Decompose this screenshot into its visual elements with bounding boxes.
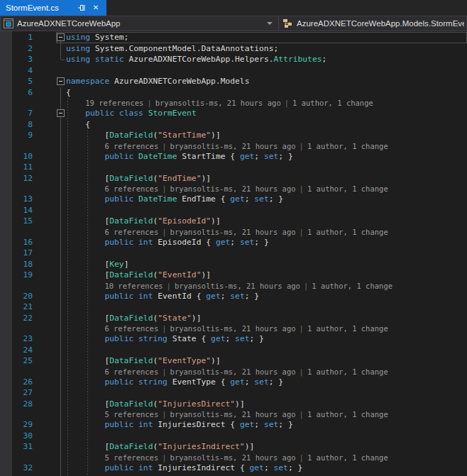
line-number: 20 (0, 291, 33, 302)
codelens-blame[interactable]: bryansoltis-ms, 21 hours ago (170, 410, 296, 419)
code-line-16[interactable]: 16 public int EpisodeId { get; set; } (0, 237, 467, 248)
codelens-line-7[interactable]: 19 references|bryansoltis-ms, 21 hours a… (0, 98, 467, 108)
code-line-4[interactable]: 4 (0, 65, 467, 77)
code-line-19[interactable]: 19 [DataField("EventId")] (0, 270, 467, 281)
code-line-6[interactable]: 6{ (0, 87, 467, 99)
code-editor[interactable]: 1using System;2using System.ComponentMod… (0, 31, 467, 476)
codelens-changes[interactable]: 1 author, 1 change (307, 453, 388, 462)
codelens-changes[interactable]: 1 author, 1 change (312, 282, 392, 290)
code-line-2[interactable]: 2using System.ComponentModel.DataAnnotat… (0, 43, 467, 55)
codelens-line-26[interactable]: 6 references|bryansoltis-ms, 21 hours ag… (0, 367, 467, 377)
codelens-blame[interactable]: bryansoltis-ms, 21 hours ago (170, 453, 296, 462)
code-line-18[interactable]: 18 [Key] (0, 259, 467, 270)
line-number: 1 (0, 32, 33, 43)
code-line-29[interactable]: 29 public int InjuriesDirect { get; set;… (0, 419, 467, 431)
codelens-blame[interactable]: bryansoltis-ms, 21 hours ago (170, 142, 296, 150)
codelens-changes[interactable]: 1 author, 1 change (307, 367, 388, 376)
codelens-references[interactable]: 10 references (104, 282, 163, 290)
codelens-changes[interactable]: 1 author, 1 change (292, 99, 373, 107)
codelens-line-16[interactable]: 6 references|bryansoltis-ms, 21 hours ag… (0, 227, 467, 237)
code-line-32[interactable]: 32 public int InjuriesIndirect { get; se… (0, 463, 467, 474)
code-text: [DataField("StartTime")] (66, 130, 221, 141)
codelens-blame[interactable]: bryansoltis-ms, 21 hours ago (170, 324, 296, 333)
code-line-28[interactable]: 28 [DataField("InjuriesDirect")] (0, 399, 467, 410)
code-line-1[interactable]: 1using System; (0, 32, 467, 43)
codelens-separator: | (158, 410, 170, 419)
line-number: 19 (0, 270, 33, 281)
code-line-17[interactable]: 17 (0, 248, 467, 259)
code-text: [DataField("EndTime")] (66, 173, 211, 184)
codelens-changes[interactable]: 1 author, 1 change (307, 324, 388, 333)
project-dropdown[interactable]: AzureADXNETCoreWebApp (0, 16, 279, 31)
line-number: 14 (0, 205, 33, 216)
code-text: public DateTime StartTime { get; set; } (66, 151, 293, 162)
code-line-22[interactable]: 22 [DataField("State")] (0, 313, 467, 324)
code-line-10[interactable]: 10 public DateTime StartTime { get; set;… (0, 151, 467, 162)
code-line-7[interactable]: 7 public class StormEvent (0, 108, 467, 119)
class-icon (282, 18, 293, 28)
codelens-references[interactable]: 6 references (104, 142, 158, 150)
code-line-9[interactable]: 9 [DataField("StartTime")] (0, 130, 467, 141)
code-line-3[interactable]: 3using static AzureADXNETCoreWebApp.Help… (0, 54, 467, 65)
codelens-line-23[interactable]: 6 references|bryansoltis-ms, 21 hours ag… (0, 323, 467, 333)
code-text: namespace AzureADXNETCoreWebApp.Models (66, 76, 249, 87)
code-line-11[interactable]: 11 (0, 162, 467, 173)
code-line-27[interactable]: 27 (0, 387, 467, 399)
fold-collapse-icon[interactable] (57, 109, 65, 117)
code-line-13[interactable]: 13 public DateTime EndTime { get; set; } (0, 194, 467, 205)
codelens-blame[interactable]: bryansoltis-ms, 21 hours ago (175, 282, 300, 290)
code-line-14[interactable]: 14 (0, 205, 467, 216)
code-line-8[interactable]: 8 { (0, 119, 467, 131)
codelens-references[interactable]: 5 references (104, 453, 158, 462)
fold-collapse-icon[interactable] (57, 33, 65, 41)
codelens-changes[interactable]: 1 author, 1 change (307, 184, 388, 193)
line-number: 31 (0, 441, 33, 453)
codelens-references[interactable]: 6 references (104, 367, 158, 376)
codelens-separator: | (158, 324, 170, 333)
tab-stormevent[interactable]: StormEvent.cs ✕ (0, 0, 106, 16)
codelens-line-10[interactable]: 6 references|bryansoltis-ms, 21 hours ag… (0, 141, 467, 151)
codelens-changes[interactable]: 1 author, 1 change (307, 142, 388, 150)
codelens-separator: | (158, 367, 170, 376)
fold-collapse-icon[interactable] (57, 77, 65, 85)
code-text: public class StormEvent (66, 108, 197, 119)
code-line-26[interactable]: 26 public string EventType { get; set; } (0, 377, 467, 388)
code-line-5[interactable]: 5namespace AzureADXNETCoreWebApp.Models (0, 76, 467, 87)
line-number: 30 (0, 431, 33, 442)
codelens-references[interactable]: 6 references (104, 184, 158, 193)
line-number: 25 (0, 355, 33, 367)
codelens-changes[interactable]: 1 author, 1 change (307, 228, 388, 236)
codelens-blame[interactable]: bryansoltis-ms, 21 hours ago (170, 184, 296, 193)
codelens-references[interactable]: 6 references (104, 228, 158, 236)
code-line-20[interactable]: 20 public int EventId { get; set; } (0, 291, 467, 302)
code-line-24[interactable]: 24 (0, 345, 467, 356)
codelens-line-29[interactable]: 5 references|bryansoltis-ms, 21 hours ag… (0, 409, 467, 419)
tab-bar: StormEvent.cs ✕ (0, 0, 467, 16)
code-line-30[interactable]: 30 (0, 431, 467, 442)
codelens-blame[interactable]: bryansoltis-ms, 21 hours ago (155, 99, 281, 107)
code-line-21[interactable]: 21 (0, 301, 467, 313)
code-line-25[interactable]: 25 [DataField("EventType")] (0, 355, 467, 367)
codelens-changes[interactable]: 1 author, 1 change (307, 410, 388, 419)
codelens-blame[interactable]: bryansoltis-ms, 21 hours ago (170, 228, 296, 236)
code-text: { (66, 87, 71, 99)
codelens-line-20[interactable]: 10 references|bryansoltis-ms, 21 hours a… (0, 281, 467, 291)
codelens-line-32[interactable]: 5 references|bryansoltis-ms, 21 hours ag… (0, 453, 467, 463)
pin-icon[interactable] (77, 3, 87, 13)
codelens-blame[interactable]: bryansoltis-ms, 21 hours ago (170, 367, 296, 376)
code-line-23[interactable]: 23 public string State { get; set; } (0, 333, 467, 345)
codelens-line-13[interactable]: 6 references|bryansoltis-ms, 21 hours ag… (0, 184, 467, 194)
line-number: 23 (0, 333, 33, 345)
codelens-references[interactable]: 19 references (85, 99, 143, 107)
symbol-dropdown[interactable]: AzureADXNETCoreWebApp.Models.StormEvent (279, 16, 467, 31)
codelens-references[interactable]: 6 references (104, 324, 158, 333)
code-line-12[interactable]: 12 [DataField("EndTime")] (0, 173, 467, 184)
close-icon[interactable]: ✕ (91, 3, 101, 13)
code-text: using System.ComponentModel.DataAnnotati… (66, 43, 278, 55)
code-line-31[interactable]: 31 [DataField("InjuriesIndirect")] (0, 441, 467, 453)
line-number: 28 (0, 399, 33, 410)
codelens-references[interactable]: 5 references (104, 410, 158, 419)
code-line-15[interactable]: 15 [DataField("EpisodeId")] (0, 216, 467, 227)
code-text: public int InjuriesDirect { get; set; } (66, 419, 293, 431)
line-number: 26 (0, 377, 33, 388)
